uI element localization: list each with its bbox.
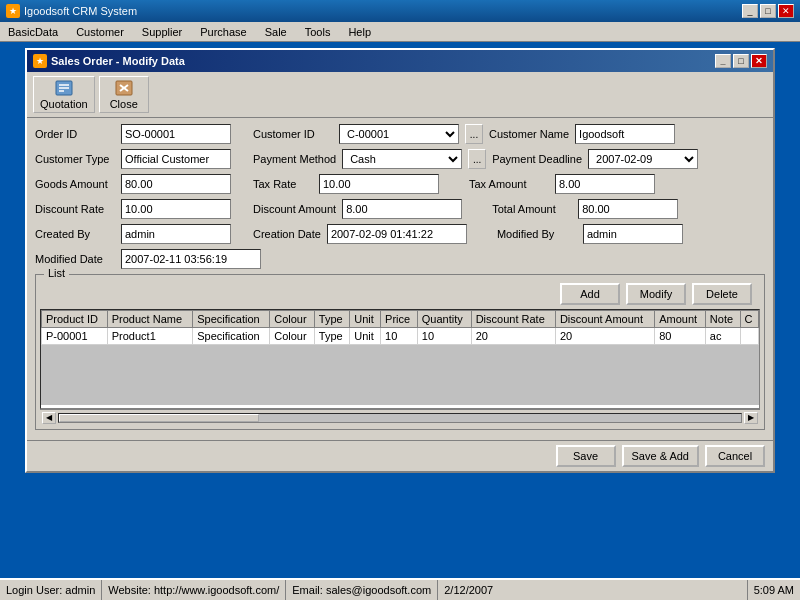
action-buttons: Add Modify Delete xyxy=(40,279,760,309)
creation-date-input[interactable] xyxy=(327,224,467,244)
modify-button[interactable]: Modify xyxy=(626,283,686,305)
app-icon: ★ xyxy=(6,4,20,18)
list-group-title: List xyxy=(44,267,69,279)
table-area: Product ID Product Name Specification Co… xyxy=(40,309,760,409)
scroll-right-button[interactable]: ▶ xyxy=(744,412,758,424)
website-text: Website: http://www.igoodsoft.com/ xyxy=(108,584,279,596)
customer-name-label: Customer Name xyxy=(489,128,569,140)
list-group: List Add Modify Delete Product ID Produc… xyxy=(35,274,765,430)
col-product-id: Product ID xyxy=(42,311,108,328)
time-text: 5:09 AM xyxy=(754,584,794,596)
status-date: 2/12/2007 xyxy=(438,580,747,600)
status-website: Website: http://www.igoodsoft.com/ xyxy=(102,580,286,600)
quotation-icon xyxy=(54,79,74,97)
tax-rate-input[interactable] xyxy=(319,174,439,194)
customer-type-input[interactable] xyxy=(121,149,231,169)
save-add-button[interactable]: Save & Add xyxy=(622,445,700,467)
col-note: Note xyxy=(705,311,740,328)
close-toolbar-icon xyxy=(114,79,134,97)
customer-id-ellipsis-button[interactable]: ... xyxy=(465,124,483,144)
status-email: Email: sales@igoodsoft.com xyxy=(286,580,438,600)
discount-rate-input[interactable] xyxy=(121,199,231,219)
tax-amount-input[interactable] xyxy=(555,174,655,194)
cell-note: ac xyxy=(705,328,740,345)
title-bar-buttons: _ □ ✕ xyxy=(742,4,794,18)
dialog-maximize-button[interactable]: □ xyxy=(733,54,749,68)
menu-tools[interactable]: Tools xyxy=(301,25,335,39)
status-login: Login User: admin xyxy=(0,580,102,600)
dialog-title: Sales Order - Modify Data xyxy=(51,55,185,67)
cancel-button[interactable]: Cancel xyxy=(705,445,765,467)
app-title-bar: ★ Igoodsoft CRM System _ □ ✕ xyxy=(0,0,800,22)
col-product-name: Product Name xyxy=(107,311,193,328)
data-table: Product ID Product Name Specification Co… xyxy=(41,310,759,345)
save-button[interactable]: Save xyxy=(556,445,616,467)
col-c: C xyxy=(740,311,758,328)
toolbar: Quotation Close xyxy=(27,72,773,118)
menu-purchase[interactable]: Purchase xyxy=(196,25,250,39)
goods-amount-label: Goods Amount xyxy=(35,178,115,190)
col-specification: Specification xyxy=(193,311,270,328)
close-toolbar-label: Close xyxy=(110,98,138,110)
payment-deadline-select[interactable]: 2007-02-09 xyxy=(588,149,698,169)
menu-help[interactable]: Help xyxy=(344,25,375,39)
delete-button[interactable]: Delete xyxy=(692,283,752,305)
creation-date-label: Creation Date xyxy=(253,228,321,240)
form-row-6: Modified Date xyxy=(35,249,765,269)
goods-amount-input[interactable] xyxy=(121,174,231,194)
cell-colour: Colour xyxy=(270,328,315,345)
customer-id-select[interactable]: C-00001 xyxy=(339,124,459,144)
scrollbar-track[interactable] xyxy=(58,413,742,423)
dialog-close-button[interactable]: ✕ xyxy=(751,54,767,68)
quotation-button[interactable]: Quotation xyxy=(33,76,95,113)
scroll-left-button[interactable]: ◀ xyxy=(42,412,56,424)
payment-method-ellipsis-button[interactable]: ... xyxy=(468,149,486,169)
table-row[interactable]: P-00001Product1SpecificationColourTypeUn… xyxy=(42,328,759,345)
form-row-4: Discount Rate Discount Amount Total Amou… xyxy=(35,199,765,219)
menu-basicdata[interactable]: BasicData xyxy=(4,25,62,39)
order-id-label: Order ID xyxy=(35,128,115,140)
created-by-input[interactable] xyxy=(121,224,231,244)
modified-by-input[interactable] xyxy=(583,224,683,244)
total-amount-input[interactable] xyxy=(578,199,678,219)
col-discount-rate: Discount Rate xyxy=(471,311,555,328)
customer-id-label: Customer ID xyxy=(253,128,333,140)
date-text: 2/12/2007 xyxy=(444,584,493,596)
cell-specification: Specification xyxy=(193,328,270,345)
modified-date-input[interactable] xyxy=(121,249,261,269)
status-bar: Login User: admin Website: http://www.ig… xyxy=(0,578,800,600)
add-button[interactable]: Add xyxy=(560,283,620,305)
menu-supplier[interactable]: Supplier xyxy=(138,25,186,39)
tax-amount-label: Tax Amount xyxy=(469,178,549,190)
cell-product_name: Product1 xyxy=(107,328,193,345)
payment-method-label: Payment Method xyxy=(253,153,336,165)
form-row-2: Customer Type Payment Method Cash ... Pa… xyxy=(35,149,765,169)
maximize-button[interactable]: □ xyxy=(760,4,776,18)
menu-sale[interactable]: Sale xyxy=(261,25,291,39)
minimize-button[interactable]: _ xyxy=(742,4,758,18)
dialog-icon: ★ xyxy=(33,54,47,68)
col-discount-amount: Discount Amount xyxy=(555,311,654,328)
close-app-button[interactable]: ✕ xyxy=(778,4,794,18)
scrollbar-thumb[interactable] xyxy=(59,414,259,422)
dialog: ★ Sales Order - Modify Data _ □ ✕ Quotat… xyxy=(25,48,775,473)
customer-name-input[interactable] xyxy=(575,124,675,144)
payment-method-select[interactable]: Cash xyxy=(342,149,462,169)
cell-quantity: 10 xyxy=(417,328,471,345)
order-id-input[interactable] xyxy=(121,124,231,144)
login-user-text: Login User: admin xyxy=(6,584,95,596)
close-toolbar-button[interactable]: Close xyxy=(99,76,149,113)
scrollbar-area: ◀ ▶ xyxy=(40,409,760,425)
menu-customer[interactable]: Customer xyxy=(72,25,128,39)
customer-type-label: Customer Type xyxy=(35,153,115,165)
cell-discount_amount: 20 xyxy=(555,328,654,345)
cell-unit: Unit xyxy=(350,328,381,345)
tax-rate-label: Tax Rate xyxy=(253,178,313,190)
total-amount-label: Total Amount xyxy=(492,203,572,215)
quotation-label: Quotation xyxy=(40,98,88,110)
email-text: Email: sales@igoodsoft.com xyxy=(292,584,431,596)
dialog-minimize-button[interactable]: _ xyxy=(715,54,731,68)
discount-amount-input[interactable] xyxy=(342,199,462,219)
payment-deadline-label: Payment Deadline xyxy=(492,153,582,165)
cell-product_id: P-00001 xyxy=(42,328,108,345)
